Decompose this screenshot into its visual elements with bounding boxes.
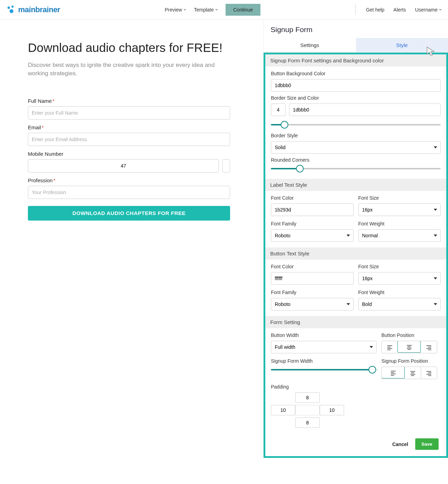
align-right-button[interactable] (421, 367, 437, 379)
svg-point-1 (12, 6, 14, 8)
form-width-slider[interactable] (271, 367, 377, 373)
logo[interactable]: mainbrainer (6, 5, 60, 14)
rounded-corners-slider[interactable] (271, 166, 441, 172)
button-font-family-label: Font Family (271, 290, 354, 295)
top-right-nav: Get help Alerts Username (355, 5, 442, 15)
label-text: Full Name (28, 98, 52, 104)
tab-settings[interactable]: Settings (264, 38, 356, 52)
section-label-text-body: Font Color Font Size Font Family (265, 191, 446, 247)
panel-footer: Cancel Save (265, 433, 446, 450)
button-position-label: Button Position (381, 332, 441, 338)
border-style-select[interactable] (271, 141, 441, 154)
email-label: Email* (28, 124, 230, 130)
button-font-family-select[interactable] (271, 298, 354, 310)
profession-label: Profession* (28, 177, 230, 183)
align-left-icon (391, 371, 396, 375)
required-icon: * (52, 98, 54, 104)
section-font-bg-body: Button Background Color Border Size and … (265, 67, 446, 179)
align-left-button[interactable] (381, 367, 405, 378)
align-center-button[interactable] (397, 341, 421, 353)
page-title: Download audio chapters for FREE! (28, 41, 235, 55)
button-bg-color-label: Button Background Color (271, 71, 441, 76)
alerts-link[interactable]: Alerts (394, 7, 406, 13)
template-label: Template (194, 7, 214, 13)
label-font-color-label: Font Color (271, 195, 354, 201)
topbar: mainbrainer Preview Template Continue Ge… (0, 0, 448, 20)
padding-left-input[interactable] (271, 405, 295, 415)
border-color-input[interactable] (289, 103, 441, 116)
section-form-setting-header: Form Setting (265, 316, 446, 328)
mobile-field: Mobile Number (28, 151, 230, 172)
border-size-input[interactable] (271, 103, 286, 116)
phone-input[interactable] (222, 159, 230, 172)
align-left-button[interactable] (382, 341, 398, 353)
email-input[interactable] (28, 133, 230, 146)
chevron-down-icon (215, 9, 218, 11)
padding-grid (271, 392, 441, 428)
align-center-button[interactable] (404, 367, 420, 379)
label-text: Email (28, 124, 41, 130)
required-icon: * (53, 177, 55, 183)
button-font-weight-select[interactable] (358, 298, 441, 310)
section-button-text-header: Button Text Style (265, 247, 446, 260)
align-center-icon (410, 371, 415, 375)
border-size-slider[interactable] (271, 122, 441, 128)
signup-form-preview: Full Name* Email* Mobile Number Professi… (28, 98, 230, 221)
fullname-label: Full Name* (28, 98, 230, 104)
save-button[interactable]: Save (415, 438, 439, 450)
section-form-setting-body: Button Width Button Position (265, 328, 446, 433)
padding-label: Padding (271, 384, 441, 390)
chevron-down-icon (439, 9, 442, 11)
label-font-family-select[interactable] (271, 229, 354, 242)
logo-text: mainbrainer (18, 5, 60, 14)
panel-tabs: Settings Style (264, 38, 448, 53)
button-width-select[interactable] (271, 341, 377, 353)
button-font-size-select[interactable] (358, 272, 441, 285)
label-font-size-select[interactable] (358, 203, 441, 216)
button-font-size-label: Font Size (358, 264, 441, 269)
button-font-weight-label: Font Weight (358, 290, 441, 295)
button-font-color-input[interactable] (271, 272, 354, 285)
section-label-text-header: Label Text Style (265, 179, 446, 191)
label-font-color-input[interactable] (271, 203, 354, 216)
username-label: Username (415, 7, 438, 13)
continue-button[interactable]: Continue (226, 4, 260, 16)
required-icon: * (42, 124, 44, 130)
mobile-label: Mobile Number (28, 151, 230, 157)
button-bg-color-input[interactable] (271, 79, 441, 92)
cursor-icon (426, 46, 436, 56)
template-dropdown[interactable]: Template (194, 7, 218, 13)
align-right-icon (426, 345, 431, 349)
label-font-size-label: Font Size (358, 195, 441, 201)
panel-title: Signup Form (264, 20, 448, 38)
padding-bottom-input[interactable] (295, 417, 320, 428)
padding-center (295, 405, 320, 415)
preview-dropdown[interactable]: Preview (165, 7, 186, 13)
country-code-input[interactable] (28, 159, 219, 172)
fullname-input[interactable] (28, 106, 230, 120)
form-position-label: Signup Form Position (381, 358, 441, 364)
cancel-button[interactable]: Cancel (392, 441, 408, 447)
label-font-weight-select[interactable] (358, 229, 441, 242)
label-font-weight-label: Font Weight (358, 221, 441, 226)
svg-point-2 (10, 9, 14, 13)
border-style-label: Border Style (271, 133, 441, 138)
download-button[interactable]: DOWNLOAD AUDIO CHAPTERS FOR FREE (28, 206, 230, 221)
rounded-corners-label: Rounded Corners (271, 157, 441, 163)
padding-top-input[interactable] (295, 392, 320, 403)
separator (355, 5, 356, 15)
button-font-color-label: Font Color (271, 264, 354, 269)
padding-right-input[interactable] (320, 405, 344, 415)
align-right-icon (426, 371, 431, 375)
preview-column: Download audio chapters for FREE! Discov… (0, 20, 263, 458)
top-center-nav: Preview Template Continue (165, 4, 260, 16)
page-subtitle: Discover best ways to ignite the creativ… (28, 61, 223, 78)
get-help-link[interactable]: Get help (366, 7, 385, 13)
button-width-label: Button Width (271, 332, 377, 338)
align-right-button[interactable] (420, 341, 437, 353)
chevron-down-icon (183, 9, 186, 11)
align-left-icon (387, 345, 392, 349)
profession-input[interactable] (28, 186, 230, 199)
section-button-text-body: Font Color Font Size Font Family (265, 260, 446, 316)
username-dropdown[interactable]: Username (415, 7, 442, 13)
